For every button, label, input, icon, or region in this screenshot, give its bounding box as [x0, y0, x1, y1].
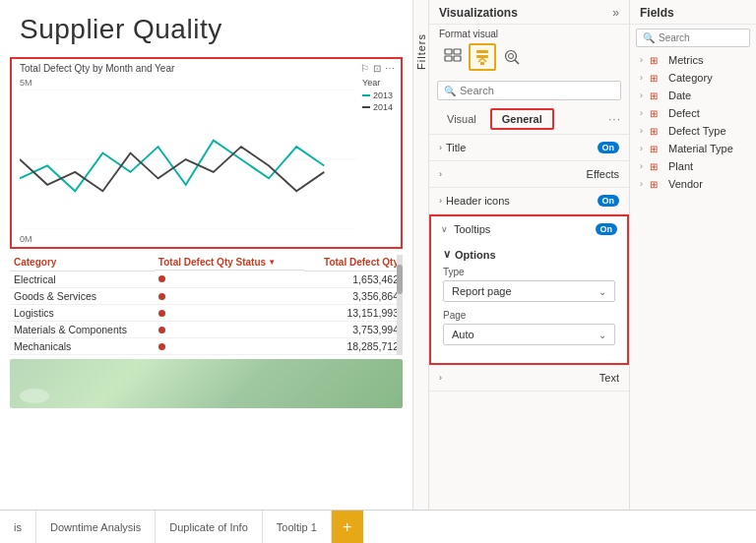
cell-category-2: Goods & Services: [10, 287, 155, 304]
tab-downtime-analysis[interactable]: Downtime Analysis: [36, 511, 156, 543]
field-chevron-material-type: ›: [640, 144, 643, 153]
header-icons-toggle[interactable]: On: [598, 195, 620, 207]
cell-category-4: Materials & Components: [10, 321, 155, 337]
legend-item-2013: 2013: [362, 90, 393, 100]
expand-icon[interactable]: ⊡: [373, 63, 381, 74]
legend-color-2014: [362, 106, 370, 108]
cell-qty-4: 3,753,994: [304, 321, 403, 337]
chart-visual: ⚐ ⊡ ⋯ Total Defect Qty by Month and Year…: [10, 57, 403, 249]
cell-status-1: [155, 271, 304, 287]
field-item-metrics[interactable]: › ⊞ Metrics: [630, 51, 756, 69]
filter-icon[interactable]: ⚐: [360, 63, 369, 74]
svg-rect-18: [454, 56, 461, 61]
field-icon-defect-type: ⊞: [650, 126, 663, 137]
accordion-title-header[interactable]: › Title On: [429, 135, 629, 160]
field-item-date[interactable]: › ⊞ Date: [630, 87, 756, 104]
cell-qty-1: 1,653,462: [304, 271, 403, 287]
tab-duplicate-of-info[interactable]: Duplicate of Info: [156, 511, 263, 543]
format-icons-row: [429, 41, 629, 77]
fields-panel: Fields 🔍 › ⊞ Metrics › ⊞ Category › ⊞ Da…: [630, 0, 756, 510]
field-item-category[interactable]: › ⊞ Category: [630, 69, 756, 87]
type-label: Type: [443, 267, 615, 277]
tab-visual[interactable]: Visual: [437, 110, 486, 128]
accordion-effects-header[interactable]: › Effects: [429, 161, 629, 187]
legend-color-2013: [362, 94, 370, 96]
cell-category-5: Mechanicals: [10, 337, 155, 354]
accordion-chevron-header: ›: [439, 196, 442, 206]
scroll-bar[interactable]: [397, 255, 403, 355]
field-chevron-metrics: ›: [640, 55, 643, 65]
table-row: Goods & Services 3,356,864: [10, 287, 403, 304]
fields-title: Fields: [630, 0, 756, 25]
viz-search-box[interactable]: 🔍: [437, 81, 621, 100]
page-chevron: ⌄: [598, 330, 606, 340]
type-dropdown[interactable]: Report page ⌄: [443, 280, 615, 302]
field-chevron-date: ›: [640, 90, 643, 100]
tab-is[interactable]: is: [0, 511, 36, 543]
scroll-thumb: [397, 265, 403, 294]
fields-search-icon: 🔍: [643, 32, 655, 43]
svg-point-24: [509, 54, 514, 59]
fields-search-box[interactable]: 🔍: [636, 29, 750, 47]
y-label-bottom: 0M: [20, 234, 393, 244]
cell-category-1: Electrical: [10, 271, 155, 287]
field-icon-vendor: ⊞: [650, 179, 663, 190]
add-tab-button[interactable]: +: [332, 511, 363, 543]
field-icon-date: ⊞: [650, 90, 663, 101]
table-visual: Category Total Defect Qty Status ▼ Total…: [10, 255, 403, 355]
tooltips-label: Tooltips: [454, 223, 490, 235]
legend-item-2014: 2014: [362, 102, 393, 112]
viz-expand-icon[interactable]: »: [612, 6, 619, 20]
tab-general[interactable]: General: [490, 108, 554, 130]
title-toggle[interactable]: On: [598, 142, 620, 153]
col-qty-status: Total Defect Qty Status ▼: [155, 255, 304, 271]
tab-more-options[interactable]: ···: [608, 112, 621, 126]
table-row: Materials & Components 3,753,994: [10, 321, 403, 337]
field-item-material-type[interactable]: › ⊞ Material Type: [630, 140, 756, 157]
accordion-text-label: Text: [599, 372, 619, 384]
options-chevron: ∨: [443, 248, 451, 261]
tooltips-header[interactable]: ∨ Tooltips On: [431, 216, 627, 242]
tab-tooltip-1[interactable]: Tooltip 1: [263, 511, 332, 543]
svg-rect-17: [445, 56, 452, 61]
sort-icon[interactable]: ▼: [268, 258, 276, 267]
viz-tabs: Visual General ···: [429, 104, 629, 135]
field-label-vendor: Vendor: [668, 178, 703, 190]
tooltips-toggle[interactable]: On: [596, 223, 618, 235]
report-canvas: Supplier Quality ⚐ ⊡ ⋯ Total Defect Qty …: [0, 0, 412, 510]
legend-label-2014: 2014: [373, 102, 393, 112]
svg-rect-21: [480, 62, 484, 65]
visualizations-panel: Visualizations » Format visual: [428, 0, 630, 510]
field-chevron-defect-type: ›: [640, 126, 643, 136]
analytics-format-icon[interactable]: [498, 43, 526, 71]
fields-search-input[interactable]: [659, 32, 743, 43]
field-label-category: Category: [668, 72, 713, 84]
viz-search-input[interactable]: [460, 85, 614, 96]
cell-qty-2: 3,356,864: [304, 287, 403, 304]
cell-category-3: Logistics: [10, 304, 155, 321]
accordion-text-header[interactable]: › Text: [429, 365, 629, 391]
table-format-icon[interactable]: [439, 43, 467, 71]
field-icon-defect: ⊞: [650, 108, 663, 119]
field-item-defect[interactable]: › ⊞ Defect: [630, 104, 756, 122]
field-item-plant[interactable]: › ⊞ Plant: [630, 157, 756, 175]
status-dot-4: [158, 327, 165, 333]
field-item-vendor[interactable]: › ⊞ Vendor: [630, 175, 756, 193]
tooltips-content: ∨ Options Type Report page ⌄ Page Auto ⌄: [431, 242, 627, 363]
page-dropdown[interactable]: Auto ⌄: [443, 324, 615, 345]
field-item-defect-type[interactable]: › ⊞ Defect Type: [630, 122, 756, 140]
chart-svg: Jan Feb Mar Apr May Jun Jul Aug Sep Oct …: [20, 90, 393, 229]
svg-rect-16: [454, 49, 461, 54]
accordion-effects: › Effects: [429, 161, 629, 188]
viz-header: Visualizations »: [429, 0, 629, 25]
accordion-header-icons-label: Header icons: [446, 195, 510, 207]
paint-format-icon[interactable]: [469, 43, 496, 71]
cell-status-5: [155, 337, 304, 354]
status-dot-2: [158, 293, 165, 300]
tabs-spacer: [363, 511, 756, 543]
accordion-header-icons-header[interactable]: › Header icons On: [429, 188, 629, 213]
legend-title: Year: [362, 78, 393, 88]
filters-label[interactable]: Filters: [413, 30, 429, 74]
accordion-title-label: Title: [446, 142, 466, 153]
more-icon[interactable]: ⋯: [385, 63, 395, 74]
